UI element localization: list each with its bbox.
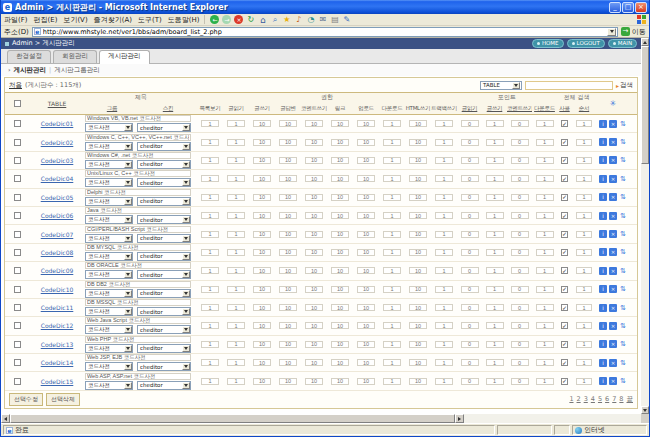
modify-icon[interactable]: i — [599, 138, 607, 146]
perm-download-input[interactable] — [383, 139, 401, 146]
perm-upload-input[interactable] — [357, 286, 375, 293]
perm-list-view-input[interactable] — [201, 267, 219, 274]
perm-reply-input[interactable] — [279, 286, 297, 293]
maximize-button[interactable]: □ — [622, 2, 634, 13]
row-checkbox[interactable] — [14, 120, 21, 127]
perm-list-view-input[interactable] — [201, 231, 219, 238]
scroll-down-button[interactable] — [641, 406, 649, 414]
perm-upload-input[interactable] — [357, 231, 375, 238]
point-write-input[interactable] — [486, 341, 504, 348]
reorder-icon[interactable]: ⇅ — [619, 212, 627, 220]
point-read-input[interactable] — [461, 175, 479, 182]
perm-read-input[interactable] — [227, 359, 245, 366]
modify-icon[interactable]: i — [599, 175, 607, 183]
header-pill-button[interactable]: LOGOUT — [567, 39, 605, 48]
perm-write-input[interactable] — [253, 175, 271, 182]
perm-download-input[interactable] — [383, 322, 401, 329]
order-input[interactable] — [576, 194, 592, 201]
reorder-icon[interactable]: ⇅ — [619, 377, 627, 385]
group-select[interactable]: 코드사전 — [85, 215, 133, 224]
point-download-input[interactable] — [536, 341, 554, 348]
mail-icon[interactable]: ✉ — [318, 15, 327, 24]
perm-comment-input[interactable] — [305, 341, 323, 348]
perm-trackback-input[interactable] — [435, 157, 453, 164]
perm-write-input[interactable] — [253, 378, 271, 385]
board-title-input[interactable] — [85, 281, 191, 288]
point-write-input[interactable] — [486, 175, 504, 182]
order-input[interactable] — [576, 249, 592, 256]
perm-read-input[interactable] — [227, 194, 245, 201]
perm-upload-input[interactable] — [357, 175, 375, 182]
vertical-scrollbar[interactable] — [641, 38, 649, 414]
chevron-down-icon[interactable] — [182, 326, 190, 333]
reorder-icon[interactable]: ⇅ — [619, 120, 627, 128]
perm-read-input[interactable] — [227, 231, 245, 238]
perm-read-input[interactable] — [227, 304, 245, 311]
table-link[interactable]: CodeDic03 — [41, 157, 74, 164]
modify-icon[interactable]: i — [599, 156, 607, 164]
table-link[interactable]: CodeDic09 — [41, 267, 74, 274]
scroll-right-button[interactable] — [455, 414, 464, 423]
perm-write-input[interactable] — [253, 194, 271, 201]
row-checkbox[interactable] — [14, 249, 21, 256]
use-checkbox[interactable] — [561, 341, 568, 348]
group-select[interactable]: 코드사전 — [85, 123, 133, 132]
address-field[interactable]: e http://www.mhstyle.net/ver1/bbs/adm/bo… — [32, 27, 618, 37]
perm-html-input[interactable] — [409, 194, 427, 201]
chevron-down-icon[interactable] — [124, 382, 132, 389]
table-link[interactable]: CodeDic11 — [41, 304, 74, 311]
perm-html-input[interactable] — [409, 231, 427, 238]
use-checkbox[interactable] — [561, 139, 568, 146]
use-checkbox[interactable] — [561, 157, 568, 164]
chevron-down-icon[interactable] — [182, 179, 190, 186]
order-input[interactable] — [576, 139, 592, 146]
chevron-down-icon[interactable] — [124, 290, 132, 297]
board-title-input[interactable] — [85, 317, 191, 324]
column-point[interactable]: 다운로드 — [532, 105, 557, 112]
perm-comment-input[interactable] — [305, 267, 323, 274]
perm-read-input[interactable] — [227, 267, 245, 274]
tab[interactable]: 회원관리 — [53, 50, 97, 63]
page-link[interactable]: 4 — [591, 395, 595, 404]
modify-icon[interactable]: i — [599, 359, 607, 367]
table-link[interactable]: CodeDic01 — [41, 120, 74, 127]
point-download-input[interactable] — [536, 378, 554, 385]
perm-html-input[interactable] — [409, 304, 427, 311]
select-edit-button[interactable]: 선택수정 — [9, 393, 43, 406]
order-input[interactable] — [576, 359, 592, 366]
horizontal-scrollbar[interactable] — [1, 414, 649, 423]
row-checkbox[interactable] — [14, 322, 21, 329]
perm-upload-input[interactable] — [357, 157, 375, 164]
table-link[interactable]: CodeDic12 — [41, 322, 74, 329]
reorder-icon[interactable]: ⇅ — [619, 267, 627, 275]
perm-upload-input[interactable] — [357, 267, 375, 274]
use-checkbox[interactable] — [561, 322, 568, 329]
point-download-input[interactable] — [536, 175, 554, 182]
point-write-input[interactable] — [486, 322, 504, 329]
reorder-icon[interactable]: ⇅ — [619, 322, 627, 330]
perm-list-view-input[interactable] — [201, 341, 219, 348]
table-link[interactable]: CodeDic06 — [41, 212, 74, 219]
point-read-input[interactable] — [461, 322, 479, 329]
perm-html-input[interactable] — [409, 267, 427, 274]
perm-list-view-input[interactable] — [201, 157, 219, 164]
page-link[interactable]: 1 — [569, 395, 573, 404]
delete-icon[interactable]: × — [609, 340, 617, 348]
reorder-icon[interactable]: ⇅ — [619, 285, 627, 293]
point-write-input[interactable] — [486, 194, 504, 201]
perm-read-input[interactable] — [227, 286, 245, 293]
skin-select[interactable]: cheditor — [137, 123, 191, 132]
search-button[interactable]: ▸ 검색 — [616, 81, 633, 90]
perm-comment-input[interactable] — [305, 175, 323, 182]
board-title-input[interactable] — [85, 299, 191, 306]
perm-html-input[interactable] — [409, 341, 427, 348]
delete-icon[interactable]: × — [609, 304, 617, 312]
group-select[interactable]: 코드사전 — [85, 325, 133, 334]
column-skin[interactable]: 스킨 — [139, 105, 197, 112]
perm-reply-input[interactable] — [279, 249, 297, 256]
perm-html-input[interactable] — [409, 249, 427, 256]
skin-select[interactable]: cheditor — [137, 325, 191, 334]
delete-icon[interactable]: × — [609, 248, 617, 256]
board-title-input[interactable] — [85, 262, 191, 269]
perm-list-view-input[interactable] — [201, 359, 219, 366]
